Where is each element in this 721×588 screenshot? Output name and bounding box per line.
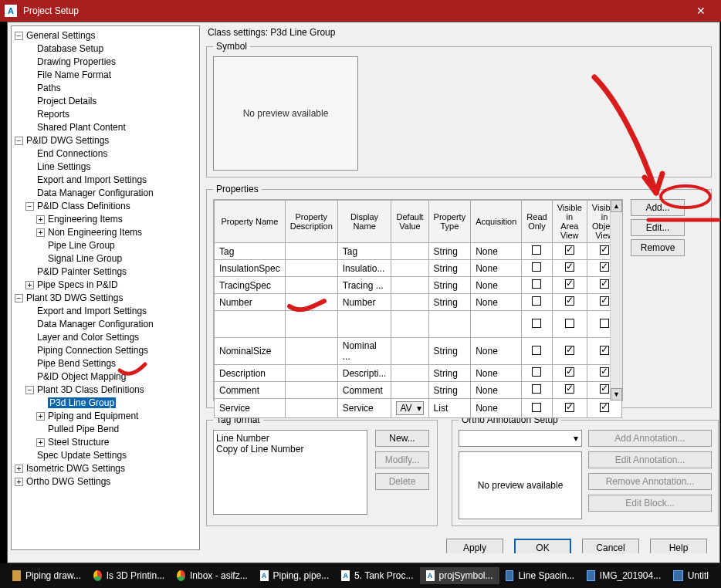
class-settings-header: Class settings: P3d Line Group <box>208 27 712 38</box>
taskbar-item[interactable]: APiping, pipe... <box>254 567 336 584</box>
tree-item[interactable]: Layer and Color Settings <box>25 331 198 344</box>
col-property-type[interactable]: Property Type <box>428 201 471 243</box>
table-row[interactable]: CommentCommentStringNone <box>215 382 622 399</box>
tree-item[interactable]: P&ID Object Mapping <box>25 370 198 384</box>
col-property-desc[interactable]: Property Description <box>285 201 337 243</box>
ortho-annotation-group: Ortho Annotation Setup ▾ No preview avai… <box>452 414 719 526</box>
nav-tree[interactable]: −General Settings Database Setup Drawing… <box>11 25 200 550</box>
col-display-name[interactable]: Display Name <box>337 201 391 243</box>
col-acquisition[interactable]: Acquisition <box>471 201 522 243</box>
taskbar-item[interactable]: Piping draw... <box>6 567 87 584</box>
tree-item[interactable]: Reports <box>25 108 198 121</box>
tree-item[interactable]: Export and Import Settings <box>25 305 198 318</box>
tree-item[interactable]: Data Manager Configuration <box>25 187 198 200</box>
taskbar-item[interactable]: Inbox - asifz... <box>171 567 254 584</box>
tree-item[interactable]: End Connections <box>25 147 198 161</box>
tag-modify-button[interactable]: Modify... <box>375 451 429 468</box>
add-property-button[interactable]: Add... <box>631 199 685 216</box>
ok-button[interactable]: OK <box>514 539 571 553</box>
edit-annotation-button[interactable]: Edit Annotation... <box>588 451 712 468</box>
tree-item[interactable]: Pipe Line Group <box>36 239 198 252</box>
tree-p3d-classdef[interactable]: −Plant 3D Class Definitions P3d Line Gro… <box>25 384 198 449</box>
tree-item[interactable]: +Piping and Equipment <box>36 410 198 423</box>
taskbar-item[interactable]: AprojSymbol... <box>420 567 499 584</box>
symbol-group: Symbol No preview available <box>206 41 712 177</box>
tree-item[interactable]: Database Setup <box>25 42 198 56</box>
tree-general[interactable]: −General Settings Database Setup Drawing… <box>15 29 198 134</box>
col-read-only[interactable]: Read Only <box>522 201 552 243</box>
properties-group: Properties Property Name Property Descri… <box>206 184 712 408</box>
tree-pid-classdef[interactable]: −P&ID Class Definitions +Engineering Ite… <box>25 200 198 265</box>
taskbar[interactable]: Piping draw...Is 3D Printin...Inbox - as… <box>0 563 721 588</box>
titlebar: A Project Setup ✕ <box>0 0 721 22</box>
tree-item[interactable]: Pulled Pipe Bend <box>36 423 198 436</box>
table-row[interactable]: InsulationSpecInsulatio...StringNone <box>215 260 622 277</box>
tree-iso[interactable]: +Isometric DWG Settings <box>15 462 198 475</box>
table-row[interactable]: ServiceServiceAV▾ListNone <box>215 399 622 418</box>
table-row[interactable]: TagTagStringNone <box>215 243 622 260</box>
col-area-view[interactable]: Visible in Area View <box>552 201 587 243</box>
taskbar-item[interactable]: IMG_201904... <box>581 567 667 584</box>
tree-item[interactable]: Spec Update Settings <box>25 449 198 462</box>
tree-item[interactable]: Project Details <box>25 95 198 108</box>
symbol-preview: No preview available <box>213 56 358 171</box>
tree-item[interactable]: +Non Engineering Items <box>36 226 198 239</box>
ortho-annotation-select[interactable]: ▾ <box>459 430 582 447</box>
tree-item[interactable]: Piping Connection Settings <box>25 344 198 357</box>
close-icon[interactable]: ✕ <box>685 5 716 17</box>
table-row[interactable]: NominalSpecNominal ...StringNone <box>215 311 622 338</box>
tag-new-button[interactable]: New... <box>375 430 429 447</box>
table-row[interactable]: TracingSpecTracing ...StringNone <box>215 277 622 294</box>
tree-item[interactable]: Data Manager Configuration <box>25 318 198 331</box>
tree-item[interactable]: Paths <box>25 82 198 95</box>
table-row[interactable]: NominalSizeNominal ...StringNone <box>215 338 622 365</box>
tree-item[interactable]: Signal Line Group <box>36 252 198 265</box>
window-title: Project Setup <box>23 5 685 16</box>
taskbar-item[interactable]: Untitl <box>667 567 715 584</box>
tree-item[interactable]: Line Settings <box>25 161 198 174</box>
tree-item[interactable]: File Name Format <box>25 69 198 82</box>
table-row[interactable]: NumberNumberStringNone <box>215 294 622 311</box>
tree-p3d[interactable]: −Plant 3D DWG Settings Export and Import… <box>15 292 198 462</box>
edit-property-button[interactable]: Edit... <box>631 219 685 236</box>
tree-item[interactable]: +Steel Structure <box>36 436 198 449</box>
properties-legend: Properties <box>213 184 262 194</box>
remove-property-button[interactable]: Remove <box>631 239 685 256</box>
app-logo-icon: A <box>5 5 17 17</box>
taskbar-item[interactable]: A5. Tank Proc... <box>335 567 419 584</box>
symbol-legend: Symbol <box>213 41 250 52</box>
remove-annotation-button[interactable]: Remove Annotation... <box>588 473 712 490</box>
table-row[interactable]: DescriptionDescripti...StringNone <box>215 365 622 382</box>
col-default-value[interactable]: Default Value <box>391 201 428 243</box>
ortho-preview: No preview available <box>459 451 582 519</box>
taskbar-item[interactable]: Is 3D Printin... <box>87 567 171 584</box>
tree-ortho[interactable]: +Ortho DWG Settings <box>15 475 198 488</box>
tree-item[interactable]: +Pipe Specs in P&ID <box>25 279 198 292</box>
properties-grid[interactable]: Property Name Property Description Displ… <box>213 199 623 401</box>
vertical-scrollbar[interactable]: ▲▼ <box>610 200 622 400</box>
col-property-name[interactable]: Property Name <box>215 201 286 243</box>
edit-block-button[interactable]: Edit Block... <box>588 495 712 512</box>
add-annotation-button[interactable]: Add Annotation... <box>588 430 712 447</box>
cancel-button[interactable]: Cancel <box>582 539 639 553</box>
tag-format-list[interactable]: Line Number Copy of Line Number <box>213 430 367 515</box>
tag-delete-button[interactable]: Delete <box>375 473 429 490</box>
taskbar-item[interactable]: Line Spacin... <box>499 567 581 584</box>
apply-button[interactable]: Apply <box>446 539 503 553</box>
tag-format-group: Tag format Line Number Copy of Line Numb… <box>206 414 438 526</box>
help-button[interactable]: Help <box>650 539 707 553</box>
tree-pid[interactable]: −P&ID DWG Settings End Connections Line … <box>15 134 198 292</box>
tree-item[interactable]: Export and Import Settings <box>25 174 198 187</box>
tree-item[interactable]: Pipe Bend Settings <box>25 357 198 370</box>
tree-item[interactable]: +Engineering Items <box>36 213 198 226</box>
tree-item[interactable]: Shared Plant Content <box>25 121 198 134</box>
tree-item[interactable]: Drawing Properties <box>25 56 198 69</box>
tree-p3d-line-group[interactable]: P3d Line Group <box>36 397 198 410</box>
tree-item[interactable]: P&ID Painter Settings <box>25 265 198 279</box>
